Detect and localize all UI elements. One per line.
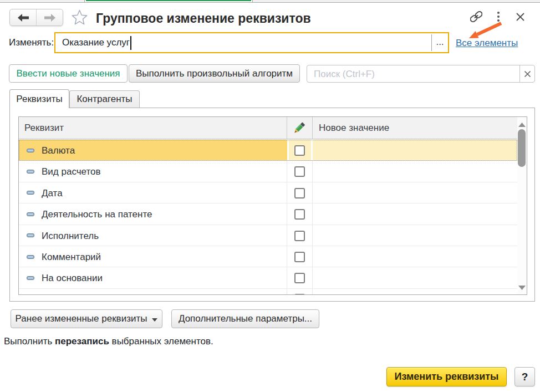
row-checkbox[interactable] [294, 209, 305, 220]
cell-gap [287, 140, 289, 160]
attribute-dash-icon [27, 191, 34, 195]
rewrite-info-text: Выполнить перезапись выбранных элементов… [4, 336, 213, 347]
attribute-name: Валюта [42, 145, 75, 156]
nav-button-group [9, 9, 63, 26]
tab-counterparties-label: Контрагенты [77, 94, 132, 105]
attribute-dash-icon [27, 255, 34, 259]
choose-button[interactable]: ... [431, 34, 448, 51]
header-separator [312, 117, 313, 139]
forward-button[interactable] [37, 9, 63, 26]
attribute-dash-icon [27, 149, 34, 152]
attribute-dash-icon [27, 233, 34, 237]
text-caret [130, 36, 131, 50]
vertical-dots-icon [497, 11, 500, 22]
table-header: Реквизит Новое значение [19, 117, 517, 139]
all-elements-link[interactable]: Все элементы [456, 38, 518, 49]
change-target-value: Оказание услуг [62, 37, 130, 48]
run-arbitrary-algorithm-label: Выполнить произвольный алгоритм [136, 68, 293, 79]
attribute-name: На основании [42, 273, 103, 284]
submit-button-label: Изменить реквизиты [395, 371, 499, 383]
change-target-input[interactable]: Оказание услуг ... [54, 32, 449, 53]
choose-button-dots: ... [436, 37, 444, 51]
previously-changed-attributes-label: Ранее измененные реквизиты [16, 313, 147, 324]
attribute-dash-icon [27, 212, 34, 216]
scroll-up-icon[interactable] [518, 123, 526, 127]
vertical-scrollbar[interactable] [517, 117, 527, 294]
forward-arrow-icon [44, 14, 55, 22]
table-row[interactable]: Деятельность на патенте [19, 203, 517, 225]
attribute-dash-icon [27, 276, 34, 280]
row-checkbox[interactable] [294, 294, 305, 295]
column-header-new-value: Новое значение [319, 123, 389, 134]
previously-changed-attributes-button[interactable]: Ранее измененные реквизиты [11, 309, 162, 328]
attribute-name: Комментарий [42, 252, 101, 263]
enter-new-values-label: Ввести новые значения [16, 68, 120, 79]
attribute-name: Вид расчетов [42, 166, 101, 177]
row-checkbox[interactable] [294, 145, 305, 156]
favorite-star-button[interactable] [71, 9, 88, 26]
column-header-attribute: Реквизит [24, 123, 64, 134]
back-arrow-icon [18, 14, 29, 22]
attribute-name: Деятельность на патенте [42, 209, 152, 220]
star-icon [72, 9, 88, 26]
table-row[interactable]: Исполнитель [19, 225, 517, 246]
attributes-panel: Реквизит Новое значение ВалютаВид расчет… [9, 108, 535, 302]
scroll-down-icon[interactable] [518, 286, 526, 290]
chain-icon [470, 11, 482, 22]
table-row-partial [19, 289, 517, 295]
app-active-tab[interactable] [84, 0, 253, 2]
active-tab-indicator [86, 0, 251, 1]
change-attributes-submit-button[interactable]: Изменить реквизиты [386, 367, 507, 386]
dropdown-arrow-icon [152, 318, 157, 322]
table-row[interactable]: Комментарий [19, 246, 517, 267]
row-checkbox[interactable] [294, 252, 305, 262]
attribute-name: Дата [42, 188, 63, 199]
window-title: Групповое изменение реквизитов [96, 11, 311, 26]
app-tabbar-sliver [0, 0, 540, 3]
more-menu-button[interactable] [492, 11, 505, 23]
get-link-button[interactable] [470, 11, 482, 23]
table-row[interactable]: Вид расчетов [19, 161, 517, 182]
change-field-label: Изменять: [9, 37, 54, 48]
mode-switch-group: Ввести новые значения Выполнить произвол… [9, 64, 300, 83]
tab-attributes[interactable]: Реквизиты [9, 89, 69, 108]
search-input[interactable]: Поиск (Ctrl+F) [307, 65, 535, 83]
table-row[interactable]: Валюта [19, 140, 517, 161]
table-row[interactable]: На основании [19, 267, 517, 288]
header-separator [287, 117, 287, 139]
tab-counterparties[interactable]: Контрагенты [69, 90, 140, 108]
column-separator [287, 140, 287, 295]
row-checkbox[interactable] [294, 231, 305, 241]
clear-x-icon [524, 70, 531, 78]
row-checkbox[interactable] [294, 166, 305, 177]
back-button[interactable] [10, 9, 37, 26]
run-arbitrary-algorithm-button[interactable]: Выполнить произвольный алгоритм [129, 64, 300, 83]
scrollbar-thumb[interactable] [518, 129, 526, 167]
attributes-table: Реквизит Новое значение ВалютаВид расчет… [18, 116, 527, 295]
help-button-label: ? [522, 371, 528, 383]
close-x-icon [516, 13, 524, 21]
search-placeholder: Поиск (Ctrl+F) [314, 69, 375, 80]
attribute-name: Исполнитель [42, 231, 99, 242]
table-row[interactable]: Дата [19, 182, 517, 203]
enter-new-values-button[interactable]: Ввести новые значения [9, 64, 128, 83]
column-separator [312, 140, 313, 295]
cell-gap [311, 140, 313, 160]
close-button[interactable] [514, 11, 526, 23]
attribute-dash-icon [27, 170, 34, 174]
group-change-attributes-window: Групповое изменение реквизитов Изменять:… [0, 0, 540, 392]
help-button[interactable]: ? [514, 367, 535, 386]
search-clear-button[interactable] [519, 65, 534, 82]
pencil-icon [293, 122, 305, 134]
row-checkbox[interactable] [294, 188, 305, 198]
additional-parameters-label: Дополнительные параметры... [179, 313, 312, 324]
additional-parameters-button[interactable]: Дополнительные параметры... [171, 309, 319, 328]
row-checkbox[interactable] [294, 273, 305, 283]
tab-attributes-label: Реквизиты [16, 94, 62, 105]
